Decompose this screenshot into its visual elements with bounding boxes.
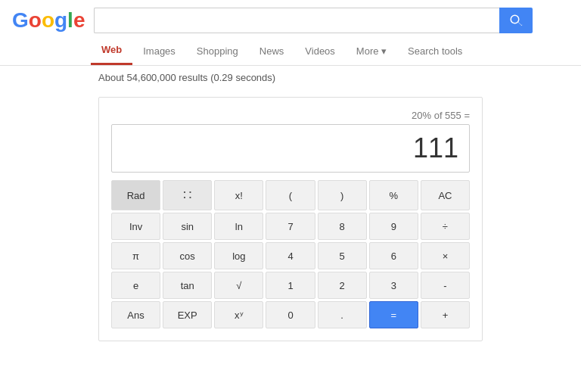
calc-btn-_[interactable]: ÷ xyxy=(421,213,470,240)
calc-btn-_[interactable]: π xyxy=(111,242,160,269)
calc-btn-9[interactable]: 9 xyxy=(369,213,418,240)
calc-btn-Ans[interactable]: Ans xyxy=(111,301,160,328)
calc-btn-log[interactable]: log xyxy=(214,242,263,269)
calc-btn-6[interactable]: 6 xyxy=(369,242,418,269)
calc-buttons: Rad∷x!()%ACInvsinln789÷πcoslog456×etan√1… xyxy=(111,180,470,328)
calc-btn-Inv[interactable]: Inv xyxy=(111,213,160,240)
calc-btn-tan[interactable]: tan xyxy=(163,272,212,299)
search-icon xyxy=(509,14,523,27)
nav-item-more[interactable]: More ▾ xyxy=(346,38,397,64)
calc-btn-_[interactable]: × xyxy=(421,242,470,269)
calc-btn-_[interactable]: ∷ xyxy=(163,180,212,210)
calc-btn-EXP[interactable]: EXP xyxy=(163,301,212,328)
calc-btn-8[interactable]: 8 xyxy=(318,213,367,240)
calc-btn-1[interactable]: 1 xyxy=(266,272,315,299)
calc-btn-_[interactable]: ( xyxy=(266,180,315,210)
calc-btn-_[interactable]: ) xyxy=(318,180,367,210)
calc-expression: 20% of 555 = xyxy=(111,110,470,121)
nav-item-images[interactable]: Images xyxy=(132,38,186,64)
calc-btn-3[interactable]: 3 xyxy=(369,272,418,299)
calc-btn-0[interactable]: 0 xyxy=(266,301,315,328)
calc-btn-2[interactable]: 2 xyxy=(318,272,367,299)
nav-item-shopping[interactable]: Shopping xyxy=(186,38,249,64)
calc-btn-AC[interactable]: AC xyxy=(421,180,470,210)
search-input[interactable]: 20% of 555 xyxy=(94,8,499,33)
calc-display: 111 xyxy=(111,124,470,173)
calc-btn-sin[interactable]: sin xyxy=(163,213,212,240)
navigation: Web Images Shopping News Videos More ▾ S… xyxy=(0,36,581,66)
calculator: 20% of 555 = 111 Rad∷x!()%ACInvsinln789÷… xyxy=(98,97,483,341)
calc-btn-_[interactable]: % xyxy=(369,180,418,210)
calc-btn-7[interactable]: 7 xyxy=(266,213,315,240)
calc-btn-5[interactable]: 5 xyxy=(318,242,367,269)
results-info: About 54,600,000 results (0.29 seconds) xyxy=(0,66,581,89)
nav-item-news[interactable]: News xyxy=(249,38,295,64)
calc-btn-x_[interactable]: x! xyxy=(214,180,263,210)
calc-btn-e[interactable]: e xyxy=(111,272,160,299)
nav-item-web[interactable]: Web xyxy=(91,36,132,65)
nav-item-videos[interactable]: Videos xyxy=(294,38,346,64)
calc-btn-4[interactable]: 4 xyxy=(266,242,315,269)
nav-item-search-tools[interactable]: Search tools xyxy=(397,38,473,64)
search-button[interactable] xyxy=(499,8,533,33)
calc-btn-_[interactable]: . xyxy=(318,301,367,328)
calc-btn-_[interactable]: + xyxy=(421,301,470,328)
calc-btn-_[interactable]: = xyxy=(369,301,418,328)
calc-btn-cos[interactable]: cos xyxy=(163,242,212,269)
search-bar: 20% of 555 xyxy=(94,8,533,33)
calc-btn-x_[interactable]: xʸ xyxy=(214,301,263,328)
calc-btn-_[interactable]: √ xyxy=(214,272,263,299)
google-logo: Google xyxy=(12,8,85,33)
calc-btn-Rad[interactable]: Rad xyxy=(111,180,160,210)
calc-btn-_[interactable]: - xyxy=(421,272,470,299)
calc-btn-ln[interactable]: ln xyxy=(214,213,263,240)
